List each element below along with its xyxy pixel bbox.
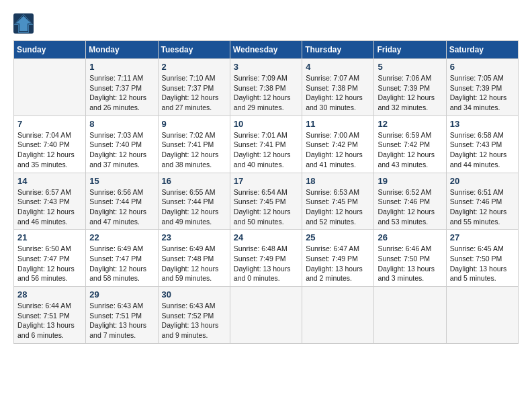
day-number: 29 [89, 289, 154, 300]
column-header-wednesday: Wednesday [230, 41, 302, 59]
day-number: 13 [450, 119, 515, 129]
day-number: 1 [89, 62, 154, 72]
calendar-week-row: 28Sunrise: 6:44 AMSunset: 7:51 PMDayligh… [14, 287, 519, 344]
day-info: Sunrise: 7:07 AMSunset: 7:38 PMDaylight:… [306, 73, 370, 113]
day-number: 8 [89, 119, 154, 129]
day-number: 9 [162, 119, 226, 129]
day-info: Sunrise: 7:02 AMSunset: 7:41 PMDaylight:… [162, 130, 226, 170]
day-number: 23 [162, 232, 226, 242]
day-number: 26 [378, 232, 442, 242]
calendar-cell: 16Sunrise: 6:55 AMSunset: 7:44 PMDayligh… [158, 173, 230, 230]
calendar-cell: 26Sunrise: 6:46 AMSunset: 7:50 PMDayligh… [374, 230, 446, 287]
day-number: 3 [234, 62, 298, 72]
day-info: Sunrise: 6:48 AMSunset: 7:49 PMDaylight:… [234, 244, 298, 283]
calendar-table: SundayMondayTuesdayWednesdayThursdayFrid… [13, 40, 519, 344]
calendar-cell: 2Sunrise: 7:10 AMSunset: 7:37 PMDaylight… [158, 59, 230, 116]
day-info: Sunrise: 7:00 AMSunset: 7:42 PMDaylight:… [306, 130, 370, 170]
day-info: Sunrise: 6:57 AMSunset: 7:43 PMDaylight:… [17, 187, 82, 227]
day-info: Sunrise: 6:45 AMSunset: 7:50 PMDaylight:… [450, 244, 515, 283]
calendar-cell: 4Sunrise: 7:07 AMSunset: 7:38 PMDaylight… [302, 59, 374, 116]
day-info: Sunrise: 6:51 AMSunset: 7:46 PMDaylight:… [450, 187, 515, 227]
day-number: 10 [234, 119, 298, 129]
day-number: 20 [450, 176, 515, 186]
day-number: 15 [89, 176, 154, 186]
column-header-sunday: Sunday [14, 41, 86, 59]
calendar-cell: 13Sunrise: 6:58 AMSunset: 7:43 PMDayligh… [446, 116, 518, 173]
column-header-saturday: Saturday [446, 41, 518, 59]
day-info: Sunrise: 6:49 AMSunset: 7:47 PMDaylight:… [89, 244, 154, 283]
day-info: Sunrise: 6:43 AMSunset: 7:52 PMDaylight:… [162, 301, 226, 340]
day-number: 19 [378, 176, 442, 186]
day-number: 24 [234, 232, 298, 242]
calendar-cell [230, 287, 302, 344]
day-info: Sunrise: 6:52 AMSunset: 7:46 PMDaylight:… [378, 187, 442, 227]
calendar-cell: 21Sunrise: 6:50 AMSunset: 7:47 PMDayligh… [14, 230, 86, 287]
day-info: Sunrise: 6:58 AMSunset: 7:43 PMDaylight:… [450, 130, 515, 170]
day-info: Sunrise: 7:05 AMSunset: 7:39 PMDaylight:… [450, 73, 515, 113]
calendar-week-row: 1Sunrise: 7:11 AMSunset: 7:37 PMDaylight… [14, 59, 519, 116]
calendar-cell: 10Sunrise: 7:01 AMSunset: 7:41 PMDayligh… [230, 116, 302, 173]
day-info: Sunrise: 6:56 AMSunset: 7:44 PMDaylight:… [89, 187, 154, 227]
day-info: Sunrise: 7:03 AMSunset: 7:40 PMDaylight:… [89, 130, 154, 170]
day-info: Sunrise: 7:04 AMSunset: 7:40 PMDaylight:… [17, 130, 82, 170]
calendar-cell: 14Sunrise: 6:57 AMSunset: 7:43 PMDayligh… [14, 173, 86, 230]
calendar-cell: 12Sunrise: 6:59 AMSunset: 7:42 PMDayligh… [374, 116, 446, 173]
calendar-week-row: 21Sunrise: 6:50 AMSunset: 7:47 PMDayligh… [14, 230, 519, 287]
calendar-cell: 7Sunrise: 7:04 AMSunset: 7:40 PMDaylight… [14, 116, 86, 173]
calendar-cell: 9Sunrise: 7:02 AMSunset: 7:41 PMDaylight… [158, 116, 230, 173]
calendar-cell: 23Sunrise: 6:49 AMSunset: 7:48 PMDayligh… [158, 230, 230, 287]
calendar-cell [446, 287, 518, 344]
day-info: Sunrise: 6:49 AMSunset: 7:48 PMDaylight:… [162, 244, 226, 283]
day-number: 7 [17, 119, 82, 129]
day-info: Sunrise: 6:47 AMSunset: 7:49 PMDaylight:… [306, 244, 370, 283]
day-info: Sunrise: 6:46 AMSunset: 7:50 PMDaylight:… [378, 244, 442, 283]
day-info: Sunrise: 7:11 AMSunset: 7:37 PMDaylight:… [89, 73, 154, 113]
day-number: 21 [17, 232, 82, 242]
day-info: Sunrise: 6:59 AMSunset: 7:42 PMDaylight:… [378, 130, 442, 170]
calendar-week-row: 14Sunrise: 6:57 AMSunset: 7:43 PMDayligh… [14, 173, 519, 230]
day-number: 22 [89, 232, 154, 242]
day-number: 25 [306, 232, 370, 242]
calendar-cell: 22Sunrise: 6:49 AMSunset: 7:47 PMDayligh… [86, 230, 158, 287]
day-number: 17 [234, 176, 298, 186]
day-number: 28 [17, 289, 82, 300]
calendar-cell: 11Sunrise: 7:00 AMSunset: 7:42 PMDayligh… [302, 116, 374, 173]
day-number: 5 [378, 62, 442, 72]
day-info: Sunrise: 6:54 AMSunset: 7:45 PMDaylight:… [234, 187, 298, 227]
day-number: 18 [306, 176, 370, 186]
day-number: 11 [306, 119, 370, 129]
calendar-header-row: SundayMondayTuesdayWednesdayThursdayFrid… [14, 41, 519, 59]
calendar-cell: 3Sunrise: 7:09 AMSunset: 7:38 PMDaylight… [230, 59, 302, 116]
calendar-cell: 27Sunrise: 6:45 AMSunset: 7:50 PMDayligh… [446, 230, 518, 287]
column-header-friday: Friday [374, 41, 446, 59]
calendar-cell: 29Sunrise: 6:43 AMSunset: 7:51 PMDayligh… [86, 287, 158, 344]
calendar-cell: 28Sunrise: 6:44 AMSunset: 7:51 PMDayligh… [14, 287, 86, 344]
day-info: Sunrise: 6:53 AMSunset: 7:45 PMDaylight:… [306, 187, 370, 227]
day-info: Sunrise: 6:43 AMSunset: 7:51 PMDaylight:… [89, 301, 154, 340]
logo [13, 13, 36, 34]
day-info: Sunrise: 6:55 AMSunset: 7:44 PMDaylight:… [162, 187, 226, 227]
page-header [13, 13, 519, 34]
column-header-monday: Monday [86, 41, 158, 59]
day-number: 4 [306, 62, 370, 72]
day-info: Sunrise: 7:09 AMSunset: 7:38 PMDaylight:… [234, 73, 298, 113]
calendar-cell: 17Sunrise: 6:54 AMSunset: 7:45 PMDayligh… [230, 173, 302, 230]
calendar-cell: 25Sunrise: 6:47 AMSunset: 7:49 PMDayligh… [302, 230, 374, 287]
day-info: Sunrise: 7:01 AMSunset: 7:41 PMDaylight:… [234, 130, 298, 170]
calendar-cell: 24Sunrise: 6:48 AMSunset: 7:49 PMDayligh… [230, 230, 302, 287]
day-info: Sunrise: 7:10 AMSunset: 7:37 PMDaylight:… [162, 73, 226, 113]
logo-icon [13, 13, 34, 34]
calendar-cell: 15Sunrise: 6:56 AMSunset: 7:44 PMDayligh… [86, 173, 158, 230]
calendar-cell: 6Sunrise: 7:05 AMSunset: 7:39 PMDaylight… [446, 59, 518, 116]
calendar-cell [374, 287, 446, 344]
day-info: Sunrise: 6:44 AMSunset: 7:51 PMDaylight:… [17, 301, 82, 340]
calendar-week-row: 7Sunrise: 7:04 AMSunset: 7:40 PMDaylight… [14, 116, 519, 173]
calendar-cell [302, 287, 374, 344]
day-number: 27 [450, 232, 515, 242]
day-number: 2 [162, 62, 226, 72]
calendar-cell [14, 59, 86, 116]
calendar-cell: 20Sunrise: 6:51 AMSunset: 7:46 PMDayligh… [446, 173, 518, 230]
calendar-cell: 1Sunrise: 7:11 AMSunset: 7:37 PMDaylight… [86, 59, 158, 116]
calendar-cell: 19Sunrise: 6:52 AMSunset: 7:46 PMDayligh… [374, 173, 446, 230]
calendar-cell: 30Sunrise: 6:43 AMSunset: 7:52 PMDayligh… [158, 287, 230, 344]
